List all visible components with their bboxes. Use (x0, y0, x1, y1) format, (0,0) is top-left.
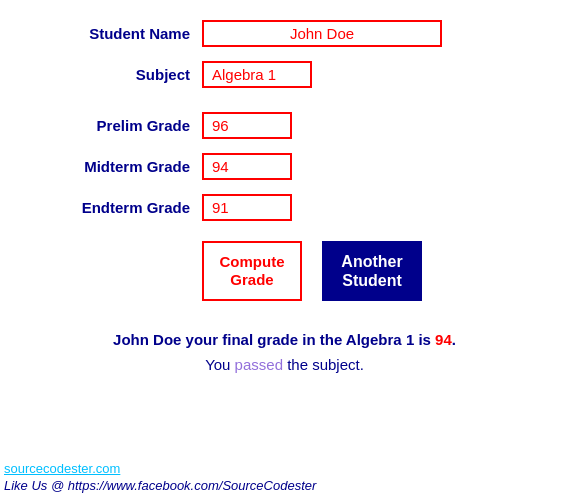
result-line2-prefix: You (205, 356, 234, 373)
student-name-row: Student Name (30, 20, 539, 47)
result-grade: 94 (435, 331, 452, 348)
compute-grade-button[interactable]: ComputeGrade (202, 241, 302, 301)
sourcecodester-link[interactable]: sourcecodester.com (4, 461, 316, 476)
midterm-row: Midterm Grade (30, 153, 539, 180)
subject-row: Subject (30, 61, 539, 88)
prelim-label: Prelim Grade (30, 117, 190, 134)
prelim-row: Prelim Grade (30, 112, 539, 139)
result-prefix: John Doe your final grade in the Algebra… (113, 331, 435, 348)
result-line2: You passed the subject. (30, 356, 539, 373)
result-suffix: . (452, 331, 456, 348)
facebook-link[interactable]: Like Us @ https://www.facebook.com/Sourc… (4, 478, 316, 493)
endterm-input[interactable] (202, 194, 292, 221)
midterm-input[interactable] (202, 153, 292, 180)
result-status: passed (235, 356, 283, 373)
subject-label: Subject (30, 66, 190, 83)
result-line2-suffix: the subject. (283, 356, 364, 373)
buttons-row: ComputeGrade AnotherStudent (202, 241, 539, 301)
result-line1: John Doe your final grade in the Algebra… (30, 331, 539, 348)
result-section: John Doe your final grade in the Algebra… (30, 331, 539, 373)
midterm-label: Midterm Grade (30, 158, 190, 175)
prelim-input[interactable] (202, 112, 292, 139)
student-name-input[interactable] (202, 20, 442, 47)
endterm-label: Endterm Grade (30, 199, 190, 216)
main-container: Student Name Subject Prelim Grade Midter… (0, 0, 569, 397)
student-name-label: Student Name (30, 25, 190, 42)
footer: sourcecodester.com Like Us @ https://www… (0, 461, 316, 493)
subject-input[interactable] (202, 61, 312, 88)
endterm-row: Endterm Grade (30, 194, 539, 221)
another-student-button[interactable]: AnotherStudent (322, 241, 422, 301)
